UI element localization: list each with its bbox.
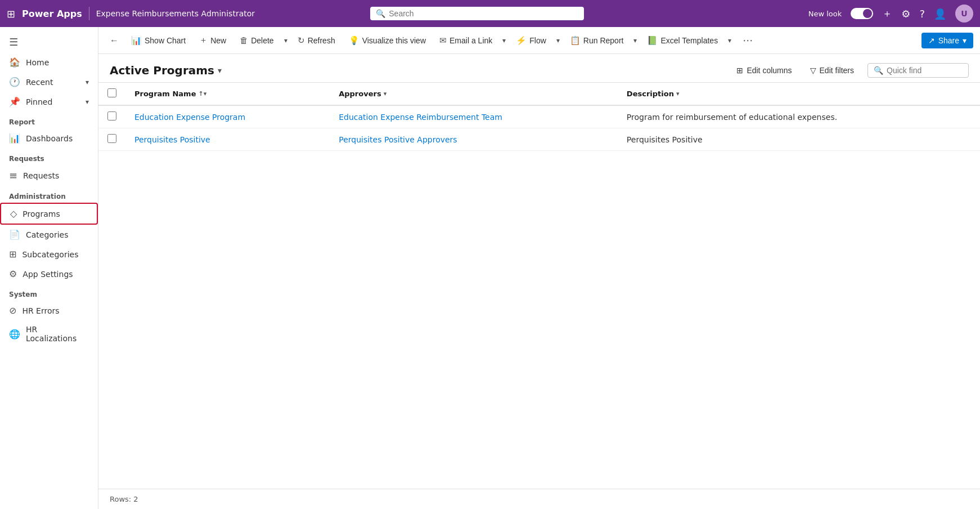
quick-find-icon: 🔍 — [874, 66, 883, 75]
email-chevron[interactable]: ▾ — [500, 33, 508, 48]
help-icon[interactable]: ? — [919, 8, 925, 20]
col-approvers: Approvers ▾ — [330, 83, 618, 105]
share-icon2[interactable]: 👤 — [934, 8, 946, 20]
refresh-button[interactable]: ↻ Refresh — [292, 32, 341, 49]
approvers-sort-icon[interactable]: ▾ — [384, 90, 387, 97]
row2-program-name: Perquisites Positive — [125, 128, 330, 151]
col-program-name: Program Name ↑▾ — [125, 83, 330, 105]
sidebar-item-programs[interactable]: ◇ Programs — [0, 203, 98, 225]
run-report-label: Run Report — [583, 36, 624, 45]
nav-divider — [89, 7, 89, 20]
programs-icon: ◇ — [10, 208, 17, 219]
sidebar-item-categories[interactable]: 📄 Categories — [0, 225, 98, 244]
email-link-button[interactable]: ✉ Email a Link — [434, 32, 498, 49]
delete-chevron[interactable]: ▾ — [282, 33, 290, 48]
row2-program-name-link[interactable]: Perquisites Positive — [134, 135, 210, 144]
appsettings-icon: ⚙ — [9, 269, 17, 279]
row-count: Rows: 2 — [110, 495, 138, 503]
view-title-text: Active Programs — [110, 64, 214, 77]
new-button[interactable]: ＋ New — [194, 32, 232, 49]
search-icon: 🔍 — [376, 9, 385, 18]
row2-description: Perquisites Positive — [618, 128, 980, 151]
sidebar-item-subcategories[interactable]: ⊞ Subcategories — [0, 244, 98, 264]
grid-icon[interactable]: ⊞ — [7, 8, 15, 20]
chart-icon: 📊 — [131, 35, 142, 46]
view-header: Active Programs ▾ ⊞ Edit columns ▽ Edit … — [98, 54, 980, 83]
edit-columns-button[interactable]: ⊞ Edit columns — [732, 64, 796, 77]
flow-chevron[interactable]: ▾ — [554, 33, 562, 48]
share-chevron: ▾ — [963, 36, 966, 45]
excel-templates-button[interactable]: 📗 Excel Templates — [641, 32, 723, 49]
delete-button[interactable]: 🗑 Delete — [234, 32, 279, 48]
select-all-checkbox[interactable] — [107, 88, 116, 97]
section-administration: Administration — [0, 186, 98, 203]
edit-columns-icon: ⊞ — [736, 66, 743, 75]
row2-approvers: Perquisites Positive Approvers — [330, 128, 618, 151]
show-chart-button[interactable]: 📊 Show Chart — [125, 32, 191, 49]
avatar[interactable]: U — [955, 5, 973, 23]
hamburger-menu[interactable]: ☰ — [0, 32, 98, 52]
row1-approvers-link[interactable]: Education Expense Reimbursement Team — [339, 113, 502, 122]
view-footer: Rows: 2 — [98, 489, 980, 509]
visualize-label: Visualize this view — [362, 36, 426, 45]
settings-icon[interactable]: ⚙ — [901, 8, 910, 20]
sidebar-label-hrerrors: HR Errors — [22, 306, 59, 315]
view-header-actions: ⊞ Edit columns ▽ Edit filters 🔍 — [732, 63, 969, 78]
view-title-chevron[interactable]: ▾ — [218, 66, 222, 75]
run-report-button[interactable]: 📋 Run Report — [564, 32, 630, 49]
new-look-toggle[interactable] — [851, 8, 873, 19]
edit-filters-button[interactable]: ▽ Edit filters — [806, 64, 858, 77]
row2-approvers-link[interactable]: Perquisites Positive Approvers — [339, 135, 457, 144]
hrlocalizations-icon: 🌐 — [9, 329, 20, 340]
run-report-chevron[interactable]: ▾ — [631, 33, 639, 48]
nav-right-actions: New look ＋ ⚙ ? 👤 U — [808, 5, 973, 23]
show-chart-label: Show Chart — [145, 36, 186, 45]
sort-asc-icon[interactable]: ↑▾ — [198, 90, 206, 97]
header-select-all-cell — [98, 83, 125, 105]
sidebar-item-hrlocalizations[interactable]: 🌐 HR Localizations — [0, 320, 98, 347]
sidebar-label-categories: Categories — [26, 230, 68, 239]
flow-button[interactable]: ⚡ Flow — [510, 32, 552, 49]
sidebar-item-pinned[interactable]: 📌 Pinned ▾ — [0, 92, 98, 111]
section-requests: Requests — [0, 148, 98, 165]
sidebar-item-dashboards[interactable]: 📊 Dashboards — [0, 128, 98, 148]
back-button[interactable]: ← — [105, 32, 123, 49]
section-report: Report — [0, 111, 98, 128]
global-search-container: 🔍 — [370, 7, 584, 20]
share-button[interactable]: ↗ Share ▾ — [921, 33, 973, 48]
more-options-icon[interactable]: ⋯ — [738, 31, 757, 50]
hrerrors-icon: ⊘ — [9, 305, 16, 316]
visualize-icon: 💡 — [349, 35, 359, 46]
row1-program-name-link[interactable]: Education Expense Program — [134, 113, 245, 122]
row2-checkbox[interactable] — [107, 134, 116, 143]
recent-chevron: ▾ — [86, 78, 89, 86]
sidebar-item-hrerrors[interactable]: ⊘ HR Errors — [0, 301, 98, 320]
visualize-button[interactable]: 💡 Visualize this view — [343, 32, 431, 49]
table-header-row: Program Name ↑▾ Approvers ▾ — [98, 83, 980, 105]
plus-icon[interactable]: ＋ — [882, 7, 892, 20]
sidebar-item-requests[interactable]: ≡ Requests — [0, 165, 98, 186]
requests-icon: ≡ — [9, 169, 17, 181]
excel-chevron[interactable]: ▾ — [726, 33, 734, 48]
global-search-input[interactable] — [389, 9, 578, 18]
sidebar-label-appsettings: App Settings — [23, 270, 73, 279]
recent-icon: 🕐 — [9, 77, 20, 87]
refresh-icon: ↻ — [298, 35, 305, 46]
sidebar-item-appsettings[interactable]: ⚙ App Settings — [0, 264, 98, 284]
quick-find-input[interactable] — [887, 66, 954, 75]
excel-templates-label: Excel Templates — [660, 36, 718, 45]
sidebar-label-subcategories: Subcategories — [22, 250, 78, 259]
table-container: Program Name ↑▾ Approvers ▾ — [98, 83, 980, 489]
pinned-chevron: ▾ — [86, 98, 89, 106]
sidebar-item-recent[interactable]: 🕐 Recent ▾ — [0, 72, 98, 92]
share-icon: ↗ — [928, 36, 935, 45]
view-area: Active Programs ▾ ⊞ Edit columns ▽ Edit … — [98, 54, 980, 509]
sidebar-label-home: Home — [26, 58, 49, 67]
sidebar-item-home[interactable]: 🏠 Home — [0, 52, 98, 72]
trash-icon: 🗑 — [240, 35, 248, 45]
col-description: Description ▾ — [618, 83, 980, 105]
description-sort-icon[interactable]: ▾ — [676, 90, 680, 97]
table-row: Perquisites Positive Perquisites Positiv… — [98, 128, 980, 151]
row1-checkbox[interactable] — [107, 111, 116, 120]
edit-filters-icon: ▽ — [810, 66, 816, 75]
